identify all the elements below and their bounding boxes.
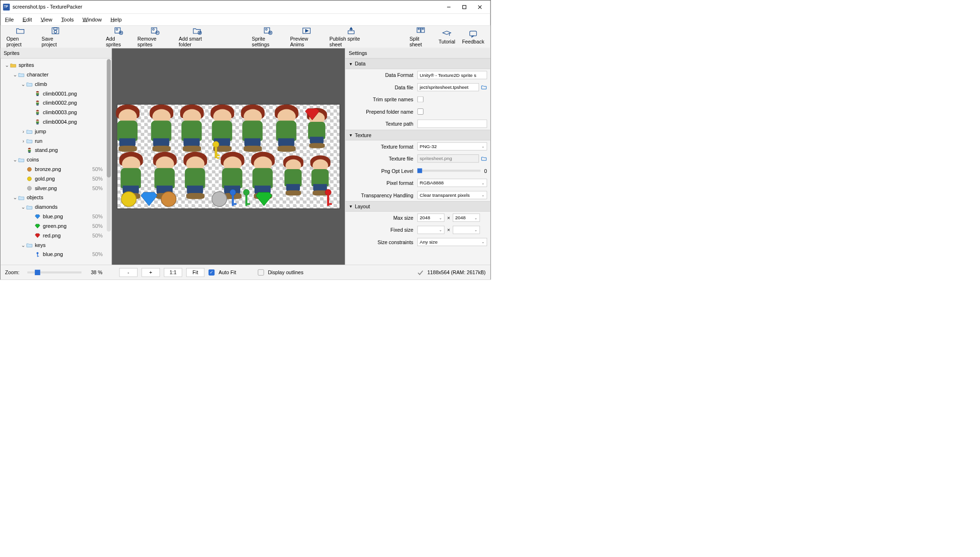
split-sheet-button[interactable]: Split sheet xyxy=(406,26,435,48)
publish-icon xyxy=(346,26,357,35)
menu-tools[interactable]: Tools xyxy=(61,17,74,23)
folder-icon xyxy=(26,82,32,87)
tree-row[interactable]: ›jump xyxy=(0,127,112,136)
tree-row[interactable]: gold.png50% xyxy=(0,174,112,183)
tree-row[interactable]: ⌄climb xyxy=(0,79,112,89)
save-project-button[interactable]: Save project xyxy=(38,26,73,48)
tree-item-label: red.png xyxy=(43,233,92,239)
tree-item-meta: 50% xyxy=(92,176,103,182)
zoom-slider[interactable] xyxy=(27,271,81,273)
max-size-height-select[interactable]: 2048⌄ xyxy=(453,214,480,222)
tree-row[interactable]: silver.png50% xyxy=(0,183,112,193)
tree-row[interactable]: ⌄objects xyxy=(0,193,112,203)
zoom-out-button[interactable]: - xyxy=(119,268,138,277)
tree-scrollbar-thumb[interactable] xyxy=(107,59,111,178)
chevron-down-icon[interactable]: ⌄ xyxy=(12,157,18,163)
sprite-tree[interactable]: ⌄sprites⌄character⌄climbclimb0001.pngcli… xyxy=(0,58,112,265)
browse-folder-icon[interactable] xyxy=(481,155,487,161)
remove-sprites-button[interactable]: Remove sprites xyxy=(134,26,175,48)
auto-fit-label: Auto Fit xyxy=(219,269,236,275)
coin-bronze-icon xyxy=(26,167,32,172)
add-sprites-button[interactable]: Add sprites xyxy=(103,26,134,48)
feedback-icon xyxy=(468,29,479,38)
tree-row[interactable]: stand.png xyxy=(0,146,112,155)
feedback-button[interactable]: Feedback xyxy=(458,26,488,48)
zoom-1to1-button[interactable]: 1:1 xyxy=(164,268,182,277)
texture-file-input[interactable] xyxy=(417,154,479,162)
tree-row[interactable]: red.png50% xyxy=(0,231,112,240)
settings-panel: Settings ▼Data Data FormatUnity® - Textu… xyxy=(345,48,490,265)
tutorial-button[interactable]: Tutorial xyxy=(435,26,458,48)
tree-row[interactable]: ⌄coins xyxy=(0,155,112,165)
section-data-header[interactable]: ▼Data xyxy=(345,58,490,69)
chevron-down-icon[interactable]: ⌄ xyxy=(21,242,26,248)
minimize-button[interactable] xyxy=(441,1,457,12)
zoom-fit-button[interactable]: Fit xyxy=(186,268,204,277)
data-format-select[interactable]: Unity® - Texture2D sprite s xyxy=(417,71,487,79)
menu-edit[interactable]: Edit xyxy=(22,17,32,23)
folder-icon xyxy=(26,242,32,247)
chevron-down-icon[interactable]: ⌄ xyxy=(4,62,10,68)
svg-rect-71 xyxy=(234,203,237,205)
menu-help[interactable]: Help xyxy=(110,17,121,23)
menu-file[interactable]: File xyxy=(5,17,14,23)
section-layout-header[interactable]: ▼Layout xyxy=(345,201,490,212)
svg-rect-34 xyxy=(470,31,477,36)
tree-scrollbar[interactable] xyxy=(107,59,111,232)
tree-row[interactable]: ⌄sprites xyxy=(0,61,112,70)
fixed-size-height-select[interactable]: ⌄ xyxy=(453,226,480,234)
preview-anims-button[interactable]: Preview Anims xyxy=(287,26,326,48)
size-constraints-select[interactable]: Any size⌄ xyxy=(417,238,487,246)
fixed-size-width-select[interactable]: ⌄ xyxy=(417,226,445,234)
max-size-width-select[interactable]: 2048⌄ xyxy=(417,214,445,222)
chevron-down-icon[interactable]: ⌄ xyxy=(12,72,18,78)
menubar: File Edit View Tools Window Help xyxy=(0,14,490,25)
svg-point-20 xyxy=(266,29,267,31)
menu-view[interactable]: View xyxy=(41,17,52,23)
transparency-handling-select[interactable]: Clear transparent pixels⌄ xyxy=(417,191,487,199)
folder-icon xyxy=(18,157,25,162)
auto-fit-checkbox[interactable]: ✓ xyxy=(209,269,215,276)
tree-row[interactable]: blue.png50% xyxy=(0,250,112,259)
canvas-panel[interactable] xyxy=(112,48,345,265)
data-file-input[interactable] xyxy=(417,83,479,91)
chevron-down-icon[interactable]: ⌄ xyxy=(21,81,26,87)
chevron-down-icon[interactable]: ⌄ xyxy=(21,204,26,210)
texture-path-input[interactable] xyxy=(417,119,487,128)
browse-folder-icon[interactable] xyxy=(481,84,487,90)
publish-button[interactable]: Publish sprite sheet xyxy=(326,26,376,48)
trim-sprite-names-checkbox[interactable] xyxy=(417,96,424,103)
texture-format-select[interactable]: PNG-32⌄ xyxy=(417,142,487,150)
tree-row[interactable]: climb0003.png xyxy=(0,108,112,118)
tree-row[interactable]: climb0001.png xyxy=(0,89,112,98)
chevron-down-icon[interactable]: ⌄ xyxy=(12,195,18,201)
svg-point-30 xyxy=(418,28,419,30)
char-icon xyxy=(34,110,41,115)
maximize-button[interactable] xyxy=(457,1,472,12)
chevron-right-icon[interactable]: › xyxy=(21,138,26,144)
close-button[interactable] xyxy=(472,1,488,12)
prepend-folder-name-checkbox[interactable] xyxy=(417,108,424,115)
svg-point-31 xyxy=(422,28,424,30)
zoom-in-button[interactable]: + xyxy=(141,268,160,277)
sprite-settings-button[interactable]: Sprite settings xyxy=(248,26,287,48)
tree-item-meta: 50% xyxy=(92,233,103,239)
display-outlines-checkbox[interactable] xyxy=(258,269,264,276)
pixel-format-select[interactable]: RGBA8888⌄ xyxy=(417,179,487,187)
png-opt-slider[interactable] xyxy=(417,170,481,171)
tree-item-meta: 50% xyxy=(92,166,103,172)
tree-row[interactable]: bronze.png50% xyxy=(0,165,112,174)
chevron-right-icon[interactable]: › xyxy=(21,129,26,135)
tree-row[interactable]: ⌄keys xyxy=(0,240,112,250)
tree-row[interactable]: climb0004.png xyxy=(0,118,112,127)
menu-window[interactable]: Window xyxy=(83,17,102,23)
add-smart-folder-button[interactable]: Add smart folder xyxy=(175,26,218,48)
tree-row[interactable]: blue.png50% xyxy=(0,212,112,222)
open-project-button[interactable]: Open project xyxy=(3,26,38,48)
tree-row[interactable]: ›run xyxy=(0,136,112,146)
tree-row[interactable]: green.png50% xyxy=(0,221,112,231)
tree-row[interactable]: ⌄character xyxy=(0,70,112,79)
tree-row[interactable]: climb0002.png xyxy=(0,98,112,108)
section-texture-header[interactable]: ▼Texture xyxy=(345,130,490,140)
tree-row[interactable]: ⌄diamonds xyxy=(0,203,112,212)
